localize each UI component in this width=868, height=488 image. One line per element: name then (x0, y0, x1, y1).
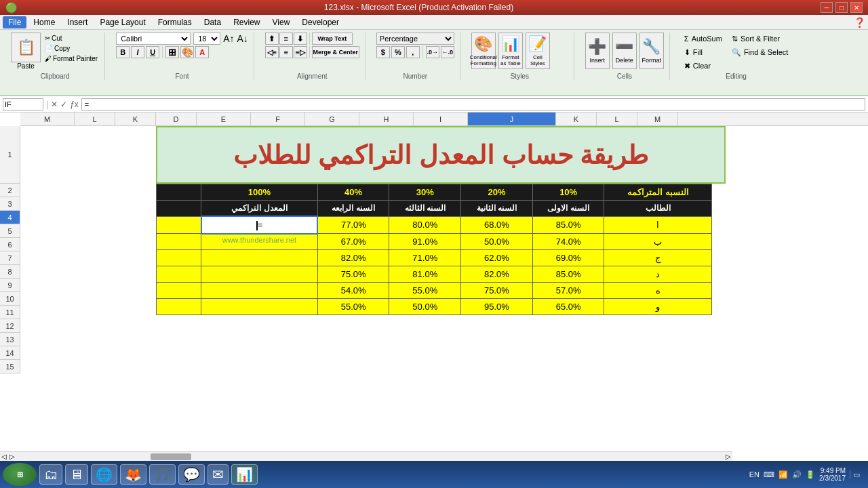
cell-y4-2[interactable]: 67.0% (317, 234, 389, 250)
cell-y4-1[interactable]: 77.0% (317, 216, 389, 234)
cell-extra-4[interactable] (157, 266, 201, 283)
cell-extra-1[interactable] (157, 216, 201, 234)
align-left-button[interactable]: ◁≡ (265, 46, 279, 58)
cell-total-1-editing[interactable]: = (201, 216, 318, 234)
cell-y2-5[interactable]: 75.0% (461, 283, 533, 299)
taskbar-firefox[interactable]: 🦊 (120, 464, 146, 485)
close-button[interactable]: ✕ (850, 2, 863, 13)
cell-y4-3[interactable]: 82.0% (317, 250, 389, 266)
cell-total-6[interactable] (201, 299, 318, 315)
tray-show-desktop-icon[interactable]: ▭ (850, 470, 860, 479)
taskbar-mail[interactable]: ✉ (208, 464, 229, 485)
cell-total-5[interactable] (201, 283, 318, 299)
currency-button[interactable]: $ (376, 46, 390, 58)
align-center-button[interactable]: ≡ (279, 46, 293, 58)
sort-filter-button[interactable]: ⇅ Sort & Filter (728, 33, 791, 45)
scroll-right-end-arrow[interactable]: ▷ (726, 453, 731, 460)
insert-function-icon[interactable]: ƒx (70, 100, 79, 109)
fill-button[interactable]: ⬇ Fill (681, 46, 726, 58)
align-right-button[interactable]: ≡▷ (294, 46, 307, 58)
number-format-select[interactable]: Percentage (376, 33, 454, 45)
cell-y3-4[interactable]: 81.0% (389, 266, 461, 283)
menu-page-layout[interactable]: Page Layout (94, 16, 151, 28)
cell-name-3[interactable]: ج (604, 250, 712, 266)
cell-name-5[interactable]: ه (604, 283, 712, 299)
cell-total-4[interactable] (201, 266, 318, 283)
cell-y1-4[interactable]: 85.0% (532, 266, 604, 283)
underline-button[interactable]: U (146, 46, 159, 58)
cell-y1-1[interactable]: 85.0% (532, 216, 604, 234)
menu-home[interactable]: Home (28, 16, 60, 28)
align-top-button[interactable]: ⬆ (265, 33, 279, 45)
clear-button[interactable]: ✖ Clear (681, 60, 726, 72)
align-middle-button[interactable]: ≡ (279, 33, 293, 45)
taskbar-explorer[interactable]: 🗂 (39, 464, 62, 485)
find-select-button[interactable]: 🔍 Find & Select (728, 46, 791, 58)
confirm-formula-icon[interactable]: ✓ (60, 100, 67, 109)
cell-name-4[interactable]: د (604, 266, 712, 283)
cell-y3-5[interactable]: 55.0% (389, 283, 461, 299)
taskbar-chat[interactable]: 💬 (178, 464, 205, 485)
scroll-right-arrow[interactable]: ▷ (9, 453, 15, 460)
cell-name-2[interactable]: ب (604, 234, 712, 250)
fill-color-button[interactable]: 🎨 (180, 46, 194, 58)
cell-y2-2[interactable]: 50.0% (461, 234, 533, 250)
cell-y2-1[interactable]: 68.0% (461, 216, 533, 234)
font-color-button[interactable]: A (195, 46, 209, 58)
conditional-formatting-button[interactable]: 🎨 ConditionalFormatting (471, 33, 496, 69)
minimize-button[interactable]: ─ (821, 2, 833, 13)
cell-y1-2[interactable]: 74.0% (532, 234, 604, 250)
taskbar-media[interactable]: 🎵 (149, 464, 176, 485)
align-bottom-button[interactable]: ⬇ (294, 33, 307, 45)
menu-review[interactable]: Review (228, 16, 265, 28)
delete-button[interactable]: ➖ Delete (612, 33, 637, 69)
start-button[interactable]: ⊞ (3, 463, 37, 486)
scroll-thumb[interactable] (151, 453, 191, 460)
cell-y1-5[interactable]: 57.0% (532, 283, 604, 299)
menu-view[interactable]: View (267, 16, 296, 28)
cell-y2-6[interactable]: 95.0% (461, 299, 533, 315)
cell-y4-6[interactable]: 55.0% (317, 299, 389, 315)
cell-extra-3[interactable] (157, 250, 201, 266)
cell-y3-2[interactable]: 91.0% (389, 234, 461, 250)
cell-extra-5[interactable] (157, 283, 201, 299)
menu-formulas[interactable]: Formulas (153, 16, 197, 28)
taskbar-network[interactable]: 🌐 (91, 464, 117, 485)
cell-total-3[interactable] (201, 250, 318, 266)
cell-y4-5[interactable]: 54.0% (317, 283, 389, 299)
autosum-button[interactable]: Σ AutoSum (681, 33, 726, 45)
taskbar-excel-active[interactable]: 📊 (231, 464, 258, 485)
formula-input[interactable] (81, 98, 865, 110)
cell-name-1[interactable]: ا (604, 216, 712, 234)
menu-developer[interactable]: Developer (296, 16, 344, 28)
cell-name-6[interactable]: و (604, 299, 712, 315)
paste-button[interactable]: 📋 (11, 33, 41, 62)
cell-y2-3[interactable]: 62.0% (461, 250, 533, 266)
increase-font-icon[interactable]: A↑ (223, 33, 234, 44)
comma-button[interactable]: , (406, 46, 420, 58)
wrap-text-button[interactable]: Wrap Text (312, 33, 353, 45)
bold-button[interactable]: B (116, 46, 130, 58)
cancel-formula-icon[interactable]: ✕ (51, 100, 58, 109)
cell-total-2[interactable]: www.thundershare.net (201, 234, 318, 250)
font-name-select[interactable]: Calibri (116, 33, 191, 45)
cell-y1-3[interactable]: 69.0% (532, 250, 604, 266)
restore-button[interactable]: □ (835, 2, 848, 13)
cell-y3-1[interactable]: 80.0% (389, 216, 461, 234)
border-button[interactable]: ⊞ (165, 46, 179, 58)
menu-data[interactable]: Data (199, 16, 226, 28)
format-painter-button[interactable]: 🖌 Format Painter (43, 54, 99, 63)
percent-button[interactable]: % (391, 46, 405, 58)
font-size-select[interactable]: 18 (193, 33, 220, 45)
cell-extra-2[interactable] (157, 234, 201, 250)
merge-center-button[interactable]: Merge & Center (312, 46, 359, 58)
menu-insert[interactable]: Insert (62, 16, 93, 28)
decrease-decimal-button[interactable]: ←.0 (441, 46, 454, 58)
cell-y3-6[interactable]: 50.0% (389, 299, 461, 315)
copy-button[interactable]: 📄 Copy (43, 44, 99, 53)
format-button[interactable]: 🔧 Format (639, 33, 664, 69)
cell-y3-3[interactable]: 71.0% (389, 250, 461, 266)
scroll-left-arrow[interactable]: ◁ (1, 453, 7, 460)
cell-y2-4[interactable]: 82.0% (461, 266, 533, 283)
taskbar-system[interactable]: 🖥 (65, 464, 88, 485)
